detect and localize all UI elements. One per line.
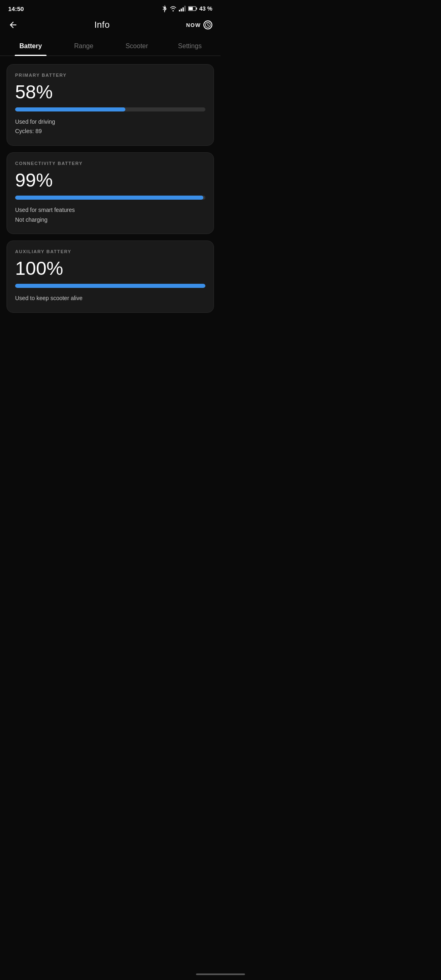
primary-battery-progress-fill: [15, 107, 125, 111]
tab-settings[interactable]: Settings: [163, 37, 216, 56]
svg-rect-5: [196, 8, 197, 10]
tab-range[interactable]: Range: [57, 37, 110, 56]
svg-rect-6: [189, 7, 193, 10]
battery-percent-text: 43 %: [199, 5, 212, 12]
battery-status-icon: [188, 6, 197, 11]
connectivity-battery-progress-fill: [15, 196, 203, 200]
signal-icon: [179, 6, 186, 11]
auxiliary-battery-card: AUXILIARY BATTERY 100% Used to keep scoo…: [7, 241, 214, 312]
auxiliary-battery-info: Used to keep scooter alive: [15, 294, 205, 303]
connectivity-battery-percent: 99%: [15, 170, 205, 191]
svg-rect-1: [181, 9, 182, 11]
back-button[interactable]: [8, 20, 18, 30]
header: Info NOW: [0, 16, 220, 37]
connectivity-battery-card: CONNECTIVITY BATTERY 99% Used for smart …: [7, 152, 214, 234]
status-icons: 43 %: [162, 5, 212, 12]
connectivity-battery-progress-bg: [15, 196, 205, 200]
status-time: 14:50: [8, 5, 24, 12]
tab-bar: Battery Range Scooter Settings: [0, 37, 220, 56]
primary-battery-info: Used for driving Cycles: 89: [15, 117, 205, 137]
primary-battery-percent: 58%: [15, 82, 205, 102]
auxiliary-battery-progress-bg: [15, 284, 205, 288]
connectivity-battery-label: CONNECTIVITY BATTERY: [15, 161, 205, 166]
wifi-icon: [169, 6, 177, 11]
bluetooth-icon: [162, 5, 167, 12]
page-title: Info: [94, 20, 110, 30]
svg-rect-2: [183, 7, 184, 11]
status-bar: 14:50: [0, 0, 220, 16]
battery-content: PRIMARY BATTERY 58% Used for driving Cyc…: [0, 56, 220, 321]
svg-rect-3: [185, 6, 186, 11]
now-label: NOW: [186, 22, 201, 28]
connectivity-battery-info: Used for smart features Not charging: [15, 205, 205, 225]
svg-rect-0: [179, 10, 180, 11]
tab-battery[interactable]: Battery: [4, 37, 57, 56]
primary-battery-card: PRIMARY BATTERY 58% Used for driving Cyc…: [7, 64, 214, 146]
now-button[interactable]: NOW: [186, 20, 212, 29]
auxiliary-battery-progress-fill: [15, 284, 205, 288]
auxiliary-battery-label: AUXILIARY BATTERY: [15, 249, 205, 254]
clock-icon: [203, 20, 212, 29]
primary-battery-label: PRIMARY BATTERY: [15, 73, 205, 78]
primary-battery-progress-bg: [15, 107, 205, 111]
auxiliary-battery-percent: 100%: [15, 258, 205, 279]
tab-scooter[interactable]: Scooter: [110, 37, 163, 56]
